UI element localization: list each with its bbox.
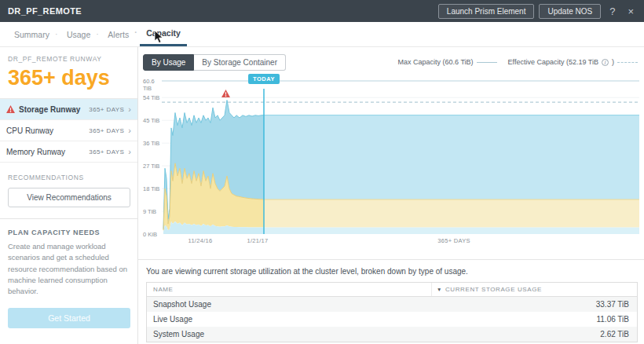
app-window: DR_PF_REMOTE Launch Prism Element Update… — [0, 0, 644, 344]
y-axis-tick: 60.6 TiB — [143, 78, 162, 92]
table-row: Snapshot Usage 33.37 TiB — [147, 297, 637, 312]
sidebar-item-cpu-runway[interactable]: CPU Runway 365+ DAYS › — [0, 120, 137, 141]
runway-list: Storage Runway 365+ DAYS › CPU Runway 36… — [0, 98, 137, 163]
sidebar-item-label: CPU Runway — [6, 126, 85, 135]
view-recommendations-button[interactable]: View Recommendations — [8, 188, 130, 207]
y-axis-tick: 27 TiB — [143, 163, 162, 170]
get-started-button[interactable]: Get Started — [8, 308, 130, 328]
table-body: Snapshot Usage 33.37 TiB Live Usage 11.0… — [147, 297, 637, 342]
usage-table: NAME ▼ CURRENT STORAGE USAGE Snapshot Us… — [146, 282, 638, 342]
plan-capacity-title: PLAN CAPACITY NEEDS — [0, 219, 137, 241]
dashed-line-swatch — [617, 62, 638, 63]
recommendations-title: RECOMMENDATIONS — [0, 163, 137, 188]
help-icon[interactable]: ? — [606, 5, 619, 17]
column-header-name[interactable]: NAME — [147, 286, 431, 293]
x-axis-tick: 365+ DAYS — [437, 237, 470, 244]
storage-usage-chart[interactable] — [162, 77, 639, 234]
legend-max-capacity: Max Capacity (60.6 TiB) — [398, 58, 497, 66]
sidebar-item-label: Storage Runway — [19, 105, 85, 114]
legend-effective-capacity: Effective Capacity (52.19 TiB i ) — [508, 58, 638, 66]
usage-value: 2.62 TiB — [431, 330, 637, 339]
chart-alert-icon[interactable] — [221, 86, 230, 101]
sort-arrow-icon: ▼ — [437, 287, 442, 292]
tab-usage[interactable]: Usage — [60, 22, 97, 46]
usage-value: 33.37 TiB — [431, 300, 637, 309]
runway-days-value: 365+ days — [0, 64, 137, 98]
capacity-chart-area: 60.6 TiB 54 TiB 45 TiB 36 TiB 27 TiB 18 … — [143, 74, 641, 248]
tab-alerts[interactable]: Alerts — [101, 22, 135, 46]
section-divider — [138, 259, 644, 260]
tab-summary[interactable]: Summary — [8, 22, 56, 46]
chevron-right-icon: › — [128, 126, 131, 135]
legend-effective-label: Effective Capacity (52.19 TiB — [508, 58, 598, 66]
sidebar-item-label: Memory Runway — [6, 148, 85, 156]
alert-triangle-icon — [6, 105, 15, 113]
today-marker: TODAY — [248, 74, 280, 84]
tab-capacity[interactable]: Capacity — [140, 22, 187, 46]
chevron-right-icon: › — [128, 148, 131, 156]
forecast-system-area — [264, 228, 639, 234]
table-header-row: NAME ▼ CURRENT STORAGE USAGE — [147, 283, 637, 297]
legend-max-label: Max Capacity (60.6 TiB) — [398, 58, 474, 66]
forecast-live-area — [264, 199, 639, 228]
info-icon[interactable]: i — [602, 59, 609, 66]
usage-caption: You are viewing current storage utilizat… — [146, 267, 638, 276]
tab-bar: Summary Usage Alerts Capacity — [0, 22, 644, 47]
forecast-snapshot-area — [264, 115, 639, 199]
by-usage-toggle[interactable]: By Usage — [143, 54, 194, 71]
y-axis-tick: 36 TiB — [143, 140, 162, 147]
sidebar-item-days: 365+ DAYS — [89, 127, 124, 134]
chart-legend: Max Capacity (60.6 TiB) Effective Capaci… — [398, 58, 641, 66]
legend-effective-close: ) — [612, 58, 614, 66]
solid-line-swatch — [477, 62, 497, 63]
y-axis-tick: 18 TiB — [143, 185, 162, 192]
chart-toolbar: By Usage By Storage Container Max Capaci… — [143, 53, 641, 71]
x-axis-tick: 1/21/17 — [247, 237, 268, 244]
table-row: Live Usage 11.06 TiB — [147, 312, 637, 327]
column-header-usage-label: CURRENT STORAGE USAGE — [445, 286, 542, 293]
runway-sidebar: DR_PF_REMOTE RUNWAY 365+ days Storage Ru… — [0, 47, 138, 344]
y-axis-tick: 45 TiB — [143, 117, 162, 124]
usage-name: Snapshot Usage — [147, 300, 431, 309]
content-layout: DR_PF_REMOTE RUNWAY 365+ days Storage Ru… — [0, 47, 644, 344]
usage-name: System Usage — [147, 330, 431, 339]
view-toggle: By Usage By Storage Container — [143, 54, 286, 71]
sidebar-item-memory-runway[interactable]: Memory Runway 365+ DAYS › — [0, 141, 137, 163]
usage-name: Live Usage — [147, 315, 431, 324]
plan-capacity-text: Create and manage workload scenarios and… — [0, 241, 137, 297]
column-header-usage[interactable]: ▼ CURRENT STORAGE USAGE — [431, 283, 637, 296]
chevron-right-icon: › — [128, 105, 131, 114]
y-axis-tick: 54 TiB — [143, 94, 162, 101]
sidebar-item-days: 365+ DAYS — [89, 106, 124, 113]
usage-value: 11.06 TiB — [431, 315, 637, 324]
x-axis-tick: 11/24/16 — [188, 237, 212, 244]
close-icon[interactable]: × — [624, 5, 638, 17]
sidebar-item-days: 365+ DAYS — [89, 148, 124, 156]
runway-section-title: DR_PF_REMOTE RUNWAY — [0, 47, 137, 64]
y-axis-tick: 0 KiB — [143, 231, 162, 238]
title-bar: DR_PF_REMOTE Launch Prism Element Update… — [0, 0, 644, 22]
update-nos-button[interactable]: Update NOS — [539, 4, 601, 19]
sidebar-item-storage-runway[interactable]: Storage Runway 365+ DAYS › — [0, 99, 137, 120]
capacity-main: By Usage By Storage Container Max Capaci… — [138, 47, 644, 344]
table-row: System Usage 2.62 TiB — [147, 327, 637, 342]
by-storage-container-toggle[interactable]: By Storage Container — [194, 54, 286, 71]
y-axis-tick: 9 TiB — [143, 208, 162, 215]
cluster-title: DR_PF_REMOTE — [8, 6, 434, 16]
launch-prism-element-button[interactable]: Launch Prism Element — [438, 4, 535, 19]
